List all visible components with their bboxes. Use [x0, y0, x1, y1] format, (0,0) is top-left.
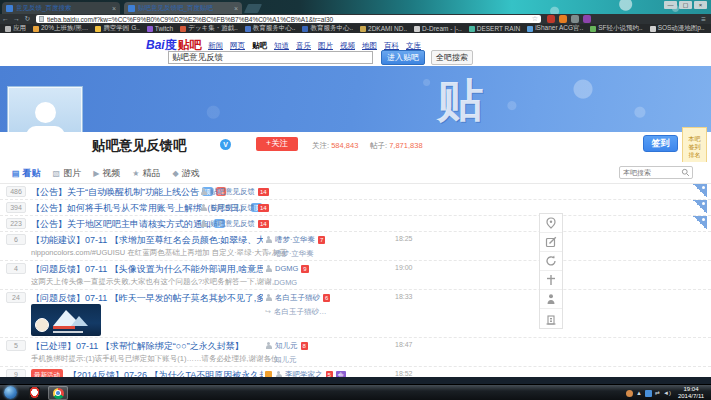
- follow-button[interactable]: +关注: [256, 137, 298, 151]
- back-icon[interactable]: ←: [0, 14, 11, 24]
- extension-icon[interactable]: [559, 15, 567, 23]
- tab2-close-icon[interactable]: ×: [234, 5, 238, 12]
- plus-tool[interactable]: [540, 271, 562, 290]
- thread-author-link[interactable]: 贴吧意见反馈: [210, 203, 255, 213]
- last-replier-link[interactable]: DGMG: [274, 278, 297, 287]
- bookmark-item[interactable]: iShaner ACG官..: [527, 24, 583, 33]
- baidu-nav-link[interactable]: 知道: [274, 41, 289, 51]
- author-person-icon: [200, 204, 207, 212]
- baidu-nav-link[interactable]: 新闻: [208, 41, 223, 51]
- sign-panel-line: 排名: [689, 152, 701, 159]
- baidu-nav-link[interactable]: 地图: [362, 41, 377, 51]
- thread-title-link[interactable]: 【问题反馈】07-11 【昨天一早发的帖子莫名其妙不见了,多少人了】: [31, 293, 263, 303]
- thread-thumbnail[interactable]: [31, 304, 101, 336]
- tab1-close-icon[interactable]: ×: [112, 5, 116, 12]
- thread-author-cell: 贴吧意见反馈14: [200, 186, 350, 197]
- forum-tab-精品[interactable]: ★精品: [132, 167, 160, 180]
- chrome-menu-icon[interactable]: ≡: [701, 15, 706, 24]
- signin-person-tool[interactable]: [540, 290, 562, 309]
- baidu-nav-link[interactable]: 网页: [230, 41, 245, 51]
- bookmark-item[interactable]: デッキ集・遊戯..: [180, 24, 238, 33]
- bookmark-item[interactable]: DESERT RAIN: [469, 25, 520, 32]
- thread-title-link[interactable]: 【公告】关于地区吧吧主申请核实方式的通知: [31, 219, 211, 229]
- taskbar-app-chrome[interactable]: [48, 386, 68, 400]
- bookmark-item[interactable]: D-Dream - |-..: [414, 25, 462, 32]
- search-input[interactable]: [168, 51, 373, 64]
- location-pin-tool[interactable]: [540, 214, 562, 233]
- search-all-button[interactable]: 全吧搜索: [431, 50, 473, 65]
- compose-tool[interactable]: [540, 233, 562, 252]
- bookmark-item[interactable]: SOS动漫地图p..: [650, 24, 705, 33]
- forum-tab-图片[interactable]: ▧图片: [53, 167, 82, 180]
- tray-network-icon[interactable]: ⇄: [655, 387, 660, 399]
- start-button[interactable]: [4, 386, 17, 399]
- sign-in-button[interactable]: 签到: [643, 135, 678, 152]
- forward-icon[interactable]: →: [11, 14, 22, 24]
- extension-icon[interactable]: [583, 15, 591, 23]
- author-person-icon: [265, 294, 272, 302]
- tray-ime-icon[interactable]: [645, 390, 652, 397]
- thread-title-link[interactable]: 【公告】关于“自动唤醒机制”功能上线公告: [31, 187, 199, 197]
- baidu-nav-link[interactable]: 视频: [340, 41, 355, 51]
- bookmark-favicon: [650, 26, 656, 32]
- refresh-tool[interactable]: [540, 252, 562, 271]
- thread-title-link[interactable]: 【已处理】07-11 【求帮忙解除绑定“○○”之永久封禁】: [31, 341, 244, 351]
- tray-volume-icon[interactable]: ◄): [663, 387, 671, 399]
- author-person-icon: [200, 220, 207, 228]
- bookmark-item[interactable]: 20%上班族/黑…: [33, 24, 88, 33]
- taskbar-clock[interactable]: 19:04 2014/7/11: [673, 386, 709, 400]
- bookmark-label: D-Dream - |-..: [422, 25, 462, 32]
- extension-icon[interactable]: [547, 15, 555, 23]
- bookmark-item[interactable]: 教育服务中心..: [245, 24, 296, 33]
- address-bar[interactable]: tieba.baidu.com/f?kw=%CC%F9%B0%C9%D2%E2%…: [36, 15, 541, 23]
- bookmark-item[interactable]: 2DKAMI ND..: [360, 25, 407, 32]
- iceberg-shape-small: [71, 316, 88, 326]
- thread-title-link[interactable]: 【功能建议】07-11 【求增加至尊红名会员颜色:如翠绿、大青等】: [31, 235, 263, 245]
- last-replier-link[interactable]: 名白玉子猫砂…: [274, 307, 327, 317]
- tray-app-icon[interactable]: [626, 390, 633, 397]
- forum-tab-看贴[interactable]: ▤看贴: [12, 167, 41, 180]
- maximize-button[interactable]: ▢: [679, 1, 692, 9]
- thread-author-link[interactable]: 贴吧意见反馈: [210, 219, 255, 229]
- new-tab-button[interactable]: [244, 4, 262, 13]
- bookmark-item[interactable]: 应用: [5, 24, 26, 33]
- last-replier-link[interactable]: 知儿元: [274, 355, 297, 365]
- forum-tab-视频[interactable]: ▶视频: [93, 167, 120, 180]
- building-tool[interactable]: [540, 309, 562, 328]
- tab2-title: 贴吧意见反馈吧_百度贴吧: [138, 4, 231, 13]
- minimize-button[interactable]: —: [664, 1, 677, 9]
- browser-tab-2[interactable]: 贴吧意见反馈吧_百度贴吧 ×: [124, 2, 242, 14]
- baidu-nav-link[interactable]: 音乐: [296, 41, 311, 51]
- thread-author-link[interactable]: 名白玉子猫砂: [275, 293, 320, 303]
- bookmark-item[interactable]: 教育服务中心..: [302, 24, 353, 33]
- enter-tieba-button[interactable]: 进入贴吧: [381, 50, 425, 65]
- thread-author-link[interactable]: 知儿元: [275, 341, 298, 351]
- thread-author-cell: 嗜梦·立华奏7 ↪嗜梦·立华奏 18:25: [265, 234, 415, 259]
- sign-rank-panel[interactable]: 本吧签到排名: [682, 127, 707, 167]
- baidu-nav-link[interactable]: 图片: [318, 41, 333, 51]
- browser-tab-1[interactable]: 意见反馈_百度搜索 ×: [2, 2, 120, 14]
- thread-author-link[interactable]: DGMG: [275, 264, 298, 273]
- last-replier-link[interactable]: 嗜梦·立华奏: [274, 249, 314, 259]
- sign-panel-line: 本吧: [689, 136, 701, 143]
- magnifier-icon[interactable]: [681, 168, 690, 177]
- thread-row: 394 【公告】如何将手机号从不常用账号上解绑（5月5日）顶 贴吧意见反馈14: [0, 200, 711, 216]
- bookmark-item[interactable]: SF轻小说预约..: [590, 24, 642, 33]
- logo-du: 度: [165, 38, 177, 52]
- forum-tab-label: 视频: [102, 167, 120, 180]
- bookmark-star-icon[interactable]: ☆: [532, 15, 538, 23]
- tray-show-hidden-icon[interactable]: ▲: [636, 387, 642, 399]
- baidu-nav-link[interactable]: 贴吧: [252, 41, 267, 51]
- reload-icon[interactable]: ↻: [22, 14, 33, 24]
- bookmark-item[interactable]: Twitch: [147, 25, 173, 32]
- bookmark-favicon: [527, 26, 533, 32]
- bookmark-item[interactable]: 腾空学园 G..: [95, 24, 139, 33]
- thread-author-cell: 贴吧意见反馈14: [200, 202, 350, 213]
- thread-author-link[interactable]: 贴吧意见反馈: [210, 187, 255, 197]
- thread-author-link[interactable]: 嗜梦·立华奏: [275, 235, 315, 245]
- extension-icon[interactable]: [571, 15, 579, 23]
- close-button[interactable]: ×: [694, 1, 707, 9]
- thread-title-link[interactable]: 【问题反馈】07-11 【头像设置为什么不能外部调用,啥意思?】: [31, 264, 263, 274]
- taskbar-app-mask[interactable]: [24, 386, 44, 400]
- forum-tab-游戏[interactable]: ◆游戏: [172, 167, 199, 180]
